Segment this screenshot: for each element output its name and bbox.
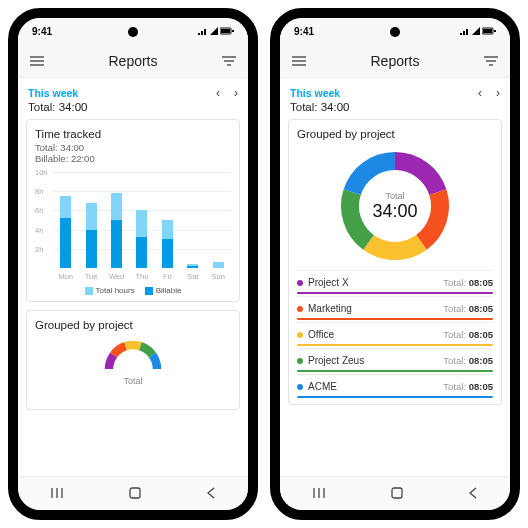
status-icons [460,27,496,35]
status-time: 9:41 [32,26,52,37]
date-range-selector[interactable]: This week [290,87,340,99]
nav-recent-button[interactable] [312,485,326,503]
phone-left: 9:41 Reports This week ‹ › Total: 34:00 [8,8,258,520]
project-color-dot [297,358,303,364]
page-title: Reports [370,53,419,69]
grouped-card-left: Grouped by project Total [26,310,240,410]
grouped-card-right: Grouped by project Total 34:00 Project X… [288,119,502,405]
donut-center-value: 34:00 [372,201,417,222]
nav-recent-button[interactable] [50,485,64,503]
signal-icon [198,27,208,35]
project-color-dot [297,306,303,312]
nav-back-button[interactable] [206,485,216,503]
signal-full-icon [472,27,480,35]
date-range-selector[interactable]: This week [28,87,78,99]
project-row[interactable]: ACMETotal: 08:05 [297,374,493,398]
donut-chart-half: Total [73,337,193,401]
card-billable: Billable: 22:00 [35,153,231,164]
svg-rect-1 [221,29,230,33]
legend-swatch-billable [145,287,153,295]
project-row[interactable]: MarketingTotal: 08:05 [297,296,493,320]
legend-swatch-total [85,287,93,295]
bar-wed: Wed [111,172,122,268]
svg-rect-7 [392,488,402,498]
next-range-button[interactable]: › [496,86,500,100]
camera-notch [128,27,138,37]
prev-range-button[interactable]: ‹ [216,86,220,100]
next-range-button[interactable]: › [234,86,238,100]
signal-icon [460,27,470,35]
project-total: Total: 08:05 [443,355,493,366]
menu-button[interactable] [290,52,308,70]
bar-thu: Thu [136,172,147,268]
top-bar: Reports [280,44,510,78]
camera-notch [390,27,400,37]
project-list: Project XTotal: 08:05MarketingTotal: 08:… [297,270,493,398]
project-name: Project X [308,277,349,288]
nav-home-button[interactable] [391,485,403,503]
svg-rect-3 [130,488,140,498]
project-name: Marketing [308,303,352,314]
project-row[interactable]: Project ZeusTotal: 08:05 [297,348,493,372]
bar-tue: Tue [86,172,97,268]
hamburger-icon [30,56,44,66]
project-color-dot [297,384,303,390]
card-total: Total: 34:00 [35,142,231,153]
card-title: Time tracked [35,128,231,140]
project-bar [297,370,493,372]
bar-chart: 2h4h6h8h10hMonTueWedThuFriSatSun [35,172,231,282]
nav-home-button[interactable] [129,485,141,503]
android-nav-bar [280,476,510,510]
project-color-dot [297,332,303,338]
battery-icon [482,27,496,35]
donut-chart-full: Total 34:00 [335,146,455,266]
svg-rect-5 [483,29,492,33]
project-name: Project Zeus [308,355,364,366]
project-total: Total: 08:05 [443,329,493,340]
total-row: Total: 34:00 [26,100,240,119]
donut-center-label: Total [123,376,142,386]
svg-rect-6 [494,30,496,32]
donut-center-label: Total [385,191,404,201]
date-range-row: This week ‹ › [26,82,240,100]
content-scroll[interactable]: This week ‹ › Total: 34:00 Grouped by pr… [280,78,510,476]
project-row[interactable]: OfficeTotal: 08:05 [297,322,493,346]
bar-mon: Mon [60,172,71,268]
phone-right: 9:41 Reports This week ‹ › Total: 34:00 [270,8,520,520]
bar-sun: Sun [213,172,224,268]
project-total: Total: 08:05 [443,277,493,288]
hamburger-icon [292,56,306,66]
signal-full-icon [210,27,218,35]
time-tracked-card: Time tracked Total: 34:00 Billable: 22:0… [26,119,240,302]
top-bar: Reports [18,44,248,78]
grouped-title: Grouped by project [297,128,493,140]
filter-icon [222,56,236,66]
filter-button[interactable] [220,52,238,70]
status-time: 9:41 [294,26,314,37]
bar-chart-legend: Total hours Billable [35,286,231,295]
project-total: Total: 08:05 [443,303,493,314]
bar-sat: Sat [187,172,198,268]
project-name: Office [308,329,334,340]
project-total: Total: 08:05 [443,381,493,392]
battery-icon [220,27,234,35]
bar-fri: Fri [162,172,173,268]
status-icons [198,27,234,35]
project-bar [297,318,493,320]
grouped-title: Grouped by project [35,319,231,331]
android-nav-bar [18,476,248,510]
filter-button[interactable] [482,52,500,70]
project-color-dot [297,280,303,286]
page-title: Reports [108,53,157,69]
project-bar [297,344,493,346]
content-scroll[interactable]: This week ‹ › Total: 34:00 Time tracked … [18,78,248,476]
project-bar [297,292,493,294]
prev-range-button[interactable]: ‹ [478,86,482,100]
nav-back-button[interactable] [468,485,478,503]
project-row[interactable]: Project XTotal: 08:05 [297,270,493,294]
filter-icon [484,56,498,66]
total-row: Total: 34:00 [288,100,502,119]
svg-rect-2 [232,30,234,32]
project-bar [297,396,493,398]
menu-button[interactable] [28,52,46,70]
